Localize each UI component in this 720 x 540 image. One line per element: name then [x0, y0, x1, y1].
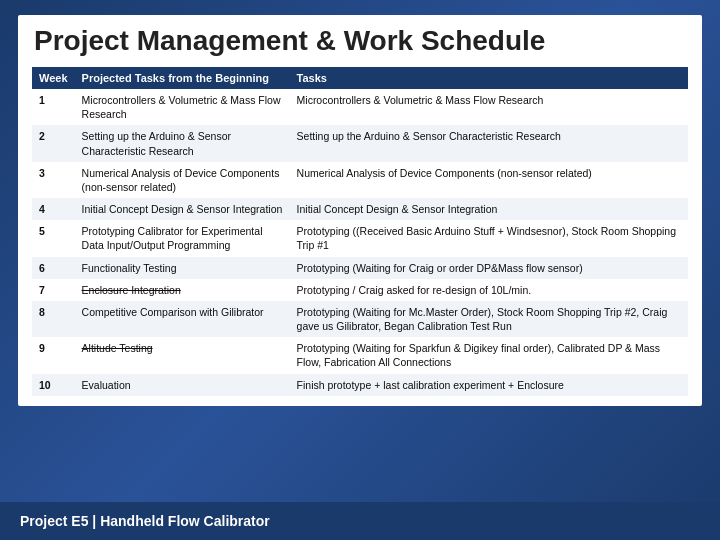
content-area: Project Management & Work Schedule Week … — [18, 15, 702, 406]
col-header-projected: Projected Tasks from the Beginning — [75, 67, 290, 89]
table-row: 5Prototyping Calibrator for Experimental… — [32, 220, 688, 256]
projected-cell: Initial Concept Design & Sensor Integrat… — [75, 198, 290, 220]
table-row: 10EvaluationFinish prototype + last cali… — [32, 374, 688, 396]
week-cell: 2 — [32, 125, 75, 161]
week-cell: 7 — [32, 279, 75, 301]
projected-cell: Prototyping Calibrator for Experimental … — [75, 220, 290, 256]
projected-cell: Microcontrollers & Volumetric & Mass Flo… — [75, 89, 290, 125]
task-cell: Initial Concept Design & Sensor Integrat… — [290, 198, 688, 220]
week-cell: 6 — [32, 257, 75, 279]
task-cell: Prototyping (Waiting for Craig or order … — [290, 257, 688, 279]
projected-cell: Evaluation — [75, 374, 290, 396]
task-cell: Prototyping ((Received Basic Arduino Stu… — [290, 220, 688, 256]
table-row: 8Competitive Comparison with GilibratorP… — [32, 301, 688, 337]
projected-cell: Enclosure Integration — [75, 279, 290, 301]
task-cell: Prototyping / Craig asked for re-design … — [290, 279, 688, 301]
projected-cell: Altitude Testing — [75, 337, 290, 373]
task-cell: Prototyping (Waiting for Sparkfun & Digi… — [290, 337, 688, 373]
table-row: 4Initial Concept Design & Sensor Integra… — [32, 198, 688, 220]
week-cell: 1 — [32, 89, 75, 125]
schedule-table: Week Projected Tasks from the Beginning … — [32, 67, 688, 396]
task-cell: Prototyping (Waiting for Mc.Master Order… — [290, 301, 688, 337]
week-cell: 5 — [32, 220, 75, 256]
table-header-row: Week Projected Tasks from the Beginning … — [32, 67, 688, 89]
task-cell: Numerical Analysis of Device Components … — [290, 162, 688, 198]
week-cell: 9 — [32, 337, 75, 373]
task-cell: Microcontrollers & Volumetric & Mass Flo… — [290, 89, 688, 125]
week-cell: 3 — [32, 162, 75, 198]
table-row: 9Altitude TestingPrototyping (Waiting fo… — [32, 337, 688, 373]
table-row: 6Functionality TestingPrototyping (Waiti… — [32, 257, 688, 279]
footer-text: Project E5 | Handheld Flow Calibrator — [20, 513, 270, 529]
table-row: 2Setting up the Arduino & Sensor Charact… — [32, 125, 688, 161]
week-cell: 10 — [32, 374, 75, 396]
week-cell: 8 — [32, 301, 75, 337]
footer-bar: Project E5 | Handheld Flow Calibrator — [0, 502, 720, 540]
page-title: Project Management & Work Schedule — [32, 25, 688, 57]
task-cell: Setting up the Arduino & Sensor Characte… — [290, 125, 688, 161]
week-cell: 4 — [32, 198, 75, 220]
col-header-week: Week — [32, 67, 75, 89]
projected-cell: Functionality Testing — [75, 257, 290, 279]
projected-cell: Competitive Comparison with Gilibrator — [75, 301, 290, 337]
table-row: 7Enclosure IntegrationPrototyping / Crai… — [32, 279, 688, 301]
projected-cell: Setting up the Arduino & Sensor Characte… — [75, 125, 290, 161]
task-cell: Finish prototype + last calibration expe… — [290, 374, 688, 396]
col-header-tasks: Tasks — [290, 67, 688, 89]
projected-cell: Numerical Analysis of Device Components … — [75, 162, 290, 198]
table-row: 1Microcontrollers & Volumetric & Mass Fl… — [32, 89, 688, 125]
table-row: 3Numerical Analysis of Device Components… — [32, 162, 688, 198]
